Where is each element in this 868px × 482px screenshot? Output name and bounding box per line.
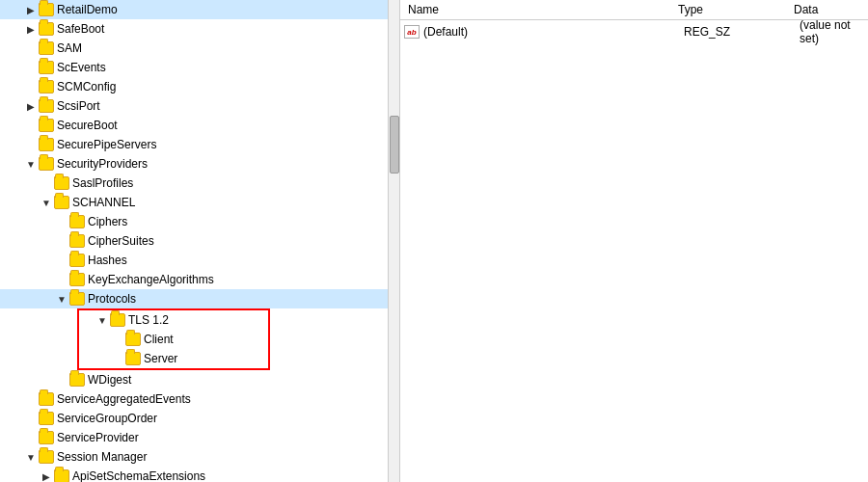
label-apisetschema: ApiSetSchemaExtensions: [72, 469, 205, 482]
expander-sessionmanager[interactable]: ▼: [23, 449, 39, 465]
folder-icon-securityproviders: [39, 157, 54, 171]
header-name: Name: [408, 3, 678, 16]
tree-item-sessionmanager[interactable]: ▼ Session Manager: [0, 447, 388, 467]
folder-icon-servicegrouporder: [39, 412, 54, 425]
folder-icon-ciphers: [69, 215, 85, 228]
tree-item-wdigest[interactable]: ▶ WDigest: [0, 370, 388, 389]
expander-retaildemo[interactable]: ▶: [23, 2, 39, 17]
tree-item-tls12[interactable]: ▼ TLS 1.2: [79, 310, 268, 330]
label-hashes: Hashes: [88, 254, 127, 267]
folder-icon-retaildemo: [39, 3, 54, 16]
label-wdigest: WDigest: [88, 373, 131, 387]
reg-type-default: REG_SZ: [684, 25, 800, 39]
scrollbar-thumb[interactable]: [390, 116, 399, 174]
registry-tree-panel: ▶ RetailDemo ▶ SafeBoot ▶ SAM ▶ ScEvents…: [0, 0, 400, 482]
expander-schannel[interactable]: ▼: [39, 195, 54, 210]
tree-item-ciphers[interactable]: ▶ Ciphers: [0, 212, 388, 231]
reg-row-default[interactable]: ab (Default) REG_SZ (value not set): [400, 22, 868, 41]
tree-item-schannel[interactable]: ▼ SCHANNEL: [0, 193, 388, 212]
label-scmconfig: SCMConfig: [57, 80, 116, 94]
label-scevents: ScEvents: [57, 61, 106, 74]
label-protocols: Protocols: [88, 292, 136, 306]
expander-scsiport[interactable]: ▶: [23, 98, 39, 114]
folder-icon-scsiport: [39, 99, 54, 113]
tree-item-scsiport[interactable]: ▶ ScsiPort: [0, 96, 388, 116]
reg-data-default: (value not set): [800, 18, 868, 45]
folder-icon-sessionmanager: [39, 450, 54, 464]
tree-item-secureboot[interactable]: ▶ SecureBoot: [0, 116, 388, 135]
label-safeboot: SafeBoot: [57, 22, 104, 36]
label-ciphers: Ciphers: [88, 215, 127, 228]
tree-item-scevents[interactable]: ▶ ScEvents: [0, 58, 388, 77]
tree-item-serviceprovider[interactable]: ▶ ServiceProvider: [0, 428, 388, 447]
label-securepipeservers: SecurePipeServers: [57, 138, 156, 151]
tree-item-keyexchange[interactable]: ▶ KeyExchangeAlgorithms: [0, 270, 388, 289]
expander-apisetschema[interactable]: ▶: [39, 469, 54, 482]
tree-item-safeboot[interactable]: ▶ SafeBoot: [0, 19, 388, 39]
folder-icon-secureboot: [39, 119, 54, 132]
header-data: Data: [794, 3, 860, 16]
label-securityproviders: SecurityProviders: [57, 157, 148, 171]
label-saslprofiles: SaslProfiles: [72, 176, 133, 190]
tree-item-securepipeservers[interactable]: ▶ SecurePipeServers: [0, 135, 388, 154]
label-serviceprovider: ServiceProvider: [57, 431, 139, 444]
folder-icon-serviceaggregated: [39, 392, 54, 406]
folder-icon-ciphersuites: [69, 234, 85, 248]
tree-item-protocols[interactable]: ▼ Protocols: [0, 289, 388, 308]
tree-container: ▶ RetailDemo ▶ SafeBoot ▶ SAM ▶ ScEvents…: [0, 0, 388, 482]
tree-item-hashes[interactable]: ▶ Hashes: [0, 251, 388, 270]
label-server: Server: [144, 352, 177, 365]
header-type: Type: [678, 3, 794, 16]
registry-values-panel: Name Type Data ab (Default) REG_SZ (valu…: [400, 0, 868, 482]
label-tls12: TLS 1.2: [128, 313, 169, 327]
folder-icon-keyexchange: [69, 273, 85, 286]
tree-item-saslprofiles[interactable]: ▶ SaslProfiles: [0, 174, 388, 193]
reg-name-default: (Default): [423, 25, 684, 39]
label-ciphersuites: CipherSuites: [88, 234, 154, 248]
folder-icon-server: [125, 352, 141, 365]
values-content: ab (Default) REG_SZ (value not set): [400, 20, 868, 43]
tree-item-client[interactable]: ▶ Client: [79, 330, 268, 349]
folder-icon-schannel: [54, 196, 69, 209]
tree-item-serviceaggregated[interactable]: ▶ ServiceAggregatedEvents: [0, 389, 388, 409]
tree-item-securityproviders[interactable]: ▼ SecurityProviders: [0, 154, 388, 174]
values-header: Name Type Data: [400, 0, 868, 20]
label-schannel: SCHANNEL: [72, 196, 135, 209]
folder-icon-safeboot: [39, 22, 54, 36]
tree-item-ciphersuites[interactable]: ▶ CipherSuites: [0, 231, 388, 251]
tree-scrollbar[interactable]: [388, 0, 399, 482]
label-client: Client: [144, 333, 174, 346]
folder-icon-serviceprovider: [39, 431, 54, 444]
label-servicegrouporder: ServiceGroupOrder: [57, 412, 157, 425]
folder-icon-client: [125, 333, 141, 346]
label-retaildemo: RetailDemo: [57, 3, 118, 16]
tree-item-apisetschema[interactable]: ▶ ApiSetSchemaExtensions: [0, 467, 388, 482]
tree-item-retaildemo[interactable]: ▶ RetailDemo: [0, 0, 388, 19]
folder-icon-wdigest: [69, 373, 85, 387]
expander-protocols[interactable]: ▼: [54, 291, 69, 307]
folder-icon-saslprofiles: [54, 176, 69, 190]
tree-item-servicegrouporder[interactable]: ▶ ServiceGroupOrder: [0, 409, 388, 428]
folder-icon-securepipeservers: [39, 138, 54, 151]
expander-securityproviders[interactable]: ▼: [23, 156, 39, 172]
label-keyexchange: KeyExchangeAlgorithms: [88, 273, 214, 286]
folder-icon-tls12: [110, 313, 125, 327]
expander-tls12[interactable]: ▼: [95, 312, 110, 328]
label-serviceaggregated: ServiceAggregatedEvents: [57, 392, 191, 406]
folder-icon-sam: [39, 41, 54, 55]
tree-item-server[interactable]: ▶ Server: [79, 349, 268, 368]
folder-icon-protocols: [69, 292, 85, 306]
expander-safeboot[interactable]: ▶: [23, 21, 39, 37]
tree-item-scmconfig[interactable]: ▶ SCMConfig: [0, 77, 388, 96]
label-sam: SAM: [57, 41, 82, 55]
folder-icon-scevents: [39, 61, 54, 74]
reg-type-icon: ab: [404, 25, 420, 39]
label-secureboot: SecureBoot: [57, 119, 118, 132]
folder-icon-apisetschema: [54, 469, 69, 482]
folder-icon-hashes: [69, 254, 85, 267]
label-scsiport: ScsiPort: [57, 99, 100, 113]
label-sessionmanager: Session Manager: [57, 450, 147, 464]
tree-item-sam[interactable]: ▶ SAM: [0, 39, 388, 58]
folder-icon-scmconfig: [39, 80, 54, 94]
